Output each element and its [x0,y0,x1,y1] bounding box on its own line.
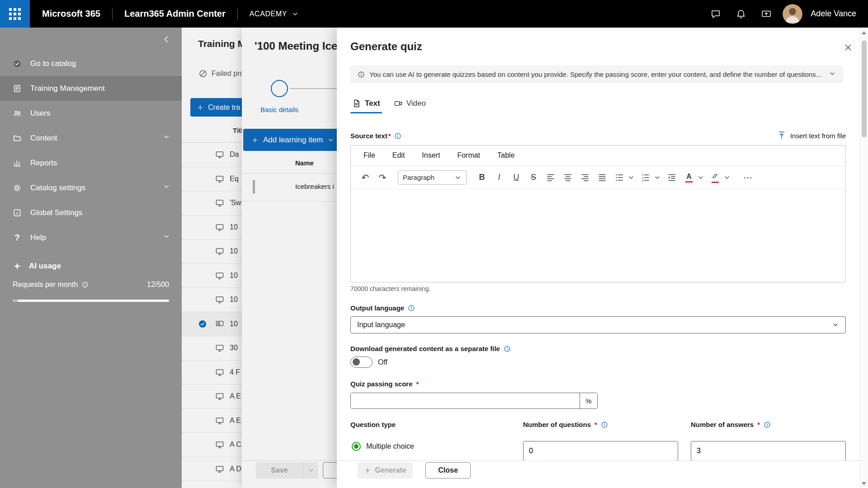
wizard-step-circle[interactable] [271,80,288,97]
row-title: 4 F [230,368,240,376]
sidebar-item-label: Go to catalog [30,59,76,68]
bold-button[interactable]: B [475,170,489,185]
bell-icon [736,9,746,19]
monitor-icon [215,295,224,304]
numbered-list-button[interactable]: 123 [638,170,653,185]
close-button[interactable]: Close [425,462,471,479]
font-color-dropdown[interactable] [696,170,705,185]
justify-button[interactable] [595,170,609,185]
highlight-button[interactable] [708,170,722,185]
expand-banner-button[interactable] [829,70,836,79]
scroll-up-arrow[interactable] [862,31,866,34]
monitor-icon [215,416,224,425]
notifications-button[interactable] [732,5,750,23]
editor-menu-edit[interactable]: Edit [392,151,405,160]
generate-button[interactable]: Generate [358,462,413,479]
scroll-down-arrow[interactable] [862,482,866,485]
download-toggle-row: Off [350,357,387,368]
highlight-dropdown[interactable] [722,170,731,185]
paragraph-style-select[interactable]: Paragraph [398,170,467,185]
italic-button[interactable]: I [492,170,506,185]
align-center-button[interactable] [561,170,575,185]
info-icon[interactable] [81,281,89,288]
user-name: Adele Vance [811,9,856,19]
editor-menu-insert[interactable]: Insert [422,151,440,160]
redo-button[interactable]: ↷ [375,170,390,185]
undo-button[interactable]: ↶ [358,170,373,185]
screen-share-icon [761,9,772,19]
sidebar-item-training-management[interactable]: Training Management [0,76,182,101]
secondary-button-partial[interactable] [323,462,337,479]
save-options-button[interactable] [303,462,318,479]
row-title: 10 [230,247,238,255]
sidebar-item-ai-usage[interactable]: AI usage [0,256,182,276]
align-left-button[interactable] [543,170,558,185]
avatar[interactable] [783,4,802,24]
align-right-button[interactable] [578,170,592,185]
align-right-icon [580,173,590,182]
info-icon[interactable] [764,421,771,428]
info-icon[interactable] [408,305,415,312]
info-icon[interactable] [601,421,608,428]
chat-button[interactable] [707,5,725,23]
sidebar-item-reports[interactable]: Reports [0,150,182,175]
training-item-drawer: '100 Meeting Ice Basic details Add learn… [242,28,337,488]
sidebar-item-content[interactable]: Content [0,126,182,150]
bullet-list-button[interactable] [612,170,627,185]
font-color-button[interactable]: A [682,170,696,185]
number-of-questions-input[interactable] [523,441,678,461]
chevron-down-icon [627,174,635,181]
info-icon[interactable] [394,132,401,140]
output-language-select[interactable]: Input language [350,316,846,333]
monitor-icon [215,150,224,159]
drag-handle[interactable] [253,180,255,194]
close-icon [844,43,853,52]
tab-text-label: Text [365,99,380,108]
number-of-answers-input[interactable] [691,441,846,461]
drawer-title: '100 Meeting Ice [255,40,337,52]
editor-menu-table[interactable]: Table [497,151,514,160]
sidebar-item-go-to-catalog[interactable]: Go to catalog [0,51,182,76]
save-button[interactable]: Save [256,462,303,479]
row-title: 'Sw [230,199,241,207]
strikethrough-button[interactable]: S [526,170,541,185]
sidebar-collapse-button[interactable] [162,35,171,45]
learning-item-name[interactable]: Icebreakers i [295,183,334,190]
org-menu-button[interactable]: ACADEMY [250,10,299,18]
question-type-radio-multiple-choice[interactable]: Multiple choice [352,442,414,451]
indent-button[interactable] [665,170,679,185]
download-label-row: Download generated content as a separate… [350,345,511,352]
plus-icon [251,136,259,144]
info-icon[interactable] [504,345,511,352]
chevron-down-icon [163,183,170,192]
close-panel-button[interactable] [840,39,856,56]
download-toggle[interactable] [350,357,373,368]
insert-text-from-file-button[interactable]: Insert text from file [777,131,846,141]
bullet-list-dropdown[interactable] [627,170,636,185]
app-launcher-button[interactable] [0,0,30,28]
scrollbar-thumb[interactable] [862,40,867,137]
sidebar-item-global-settings[interactable]: A Global Settings [0,200,182,225]
selected-check-icon [198,319,207,328]
sidebar-item-help[interactable]: ? Help [0,225,182,250]
vertical-scrollbar[interactable] [859,28,868,488]
add-learning-item-button[interactable]: Add learning item [243,129,337,151]
video-icon [394,99,403,108]
screen-share-button[interactable] [757,5,775,23]
row-title: 10 [230,320,238,328]
underline-button[interactable]: U [509,170,524,185]
passing-score-input[interactable] [351,393,580,408]
editor-menu-format[interactable]: Format [457,151,480,160]
column-header-title[interactable]: Titl [233,127,243,134]
tab-text[interactable]: Text [350,95,382,113]
radio-selected-icon [352,442,361,451]
numbered-list-dropdown[interactable] [653,170,662,185]
tab-video[interactable]: Video [392,95,428,113]
editor-menu-file[interactable]: File [363,151,375,160]
number-of-questions-label: Number of questions [523,421,591,428]
wizard-step-label[interactable]: Basic details [243,106,316,113]
sidebar-item-catalog-settings[interactable]: Catalog settings [0,175,182,200]
more-options-button[interactable]: ⋯ [741,170,755,185]
editor-content-area[interactable] [351,189,845,282]
sidebar-item-users[interactable]: Users [0,101,182,126]
